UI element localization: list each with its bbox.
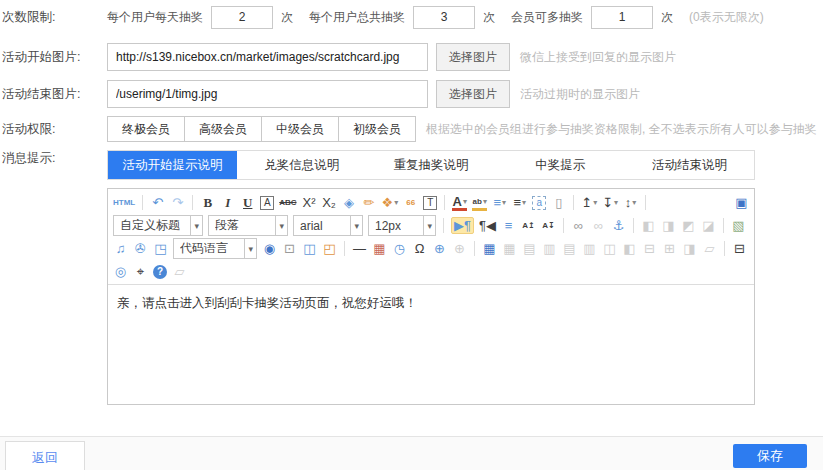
ltr-icon[interactable]: ▶¶ [451,217,474,234]
tab-activity-start-tip[interactable]: 活动开始提示说明 [108,151,237,179]
page-break-icon[interactable]: ⊡ [282,240,297,257]
message-tabs: 活动开始提示说明 兑奖信息说明 重复抽奖说明 中奖提示 活动结束说明 [107,150,755,180]
insert-image-icon[interactable]: ▧ [731,217,746,234]
subscript-icon[interactable]: X₂ [322,194,337,211]
columns-icon[interactable]: ◫ [302,240,317,257]
chevron-down-icon: ▾ [502,194,506,211]
help-icon[interactable]: ? [153,265,167,279]
table-icon[interactable]: ▦ [482,240,497,257]
delete-row-icon: ▤ [562,240,577,257]
end-image-hint: 活动过期时的显示图片 [520,86,640,103]
bold-icon[interactable]: B [200,194,215,211]
member-group-senior-button[interactable]: 高级会员 [184,116,262,142]
tab-activity-end[interactable]: 活动结束说明 [625,151,754,179]
font-family-select[interactable]: arial▾ [293,215,363,236]
editor-content-area[interactable]: 亲，请点击进入到刮刮卡抽奖活动页面，祝您好运哦！ [108,285,754,404]
unordered-list-icon[interactable]: ≡▾ [512,194,527,211]
auto-typeset-icon[interactable]: ❖▾ [382,194,399,211]
chevron-down-icon: ▾ [632,194,636,211]
paragraph-align-icon[interactable]: ↧▾ [602,194,618,211]
to-lowercase-icon[interactable]: A↧ [541,217,556,234]
end-image-row: 活动结束图片: 选择图片 活动过期时的显示图片 [2,80,823,108]
save-button[interactable]: 保存 [733,444,807,468]
code-language-select[interactable]: 代码语言▾ [173,238,257,259]
chevron-down-icon: ▾ [244,239,256,258]
member-group-junior-button[interactable]: 初级会员 [338,116,416,142]
tab-redeem-info[interactable]: 兑奖信息说明 [237,151,366,179]
format-brush-icon[interactable]: ✏ [362,194,377,211]
fullscreen-icon[interactable]: ▣ [734,194,749,211]
merge-down-icon: ⊟ [642,240,657,257]
image-right-icon: ◩ [681,217,696,234]
tab-win-tip[interactable]: 中奖提示 [496,151,625,179]
start-image-label: 活动开始图片: [2,49,107,66]
start-image-pick-button[interactable]: 选择图片 [436,43,510,71]
preview-icon[interactable]: ◎ [113,263,128,280]
attachment-icon[interactable]: ✇ [133,240,148,257]
tab-repeat-draw[interactable]: 重复抽奖说明 [366,151,495,179]
chevron-down-icon: ▾ [190,216,202,235]
blockquote-icon[interactable]: 66 [403,194,418,211]
print-icon[interactable]: ⊟ [732,240,747,257]
split-rows-icon: ⊞ [662,240,677,257]
link-icon[interactable]: ∞ [571,217,586,234]
delete-col-icon: ▥ [582,240,597,257]
unlink-icon: ∞ [591,217,606,234]
toolbar-separator [192,195,193,210]
insert-code-icon[interactable]: ◉ [262,240,277,257]
daily-draw-unit: 次 [281,9,293,26]
highlight-color-icon[interactable]: ab▾ [472,194,487,211]
editor-toolbar: HTML↶↷BIUAABCX²X₂◈✏❖▾66TA▾ab▾≡▾≡▾a▯↥▾↧▾↕… [108,189,754,285]
permissions-hint: 根据选中的会员组进行参与抽奖资格限制, 全不选表示所有人可以参与抽奖 [426,121,817,138]
time-icon[interactable]: ◷ [392,240,407,257]
indent-paragraph-icon[interactable]: ≡ [501,217,516,234]
member-group-ultimate-button[interactable]: 终极会员 [107,116,185,142]
anchor-link-icon[interactable]: ⚓ [611,217,626,234]
italic-icon[interactable]: I [220,194,235,211]
special-char-icon[interactable]: Ω [412,240,427,257]
start-image-url-input[interactable] [107,43,428,71]
toolbar-separator [645,195,646,210]
snapshot-icon[interactable]: ◰ [322,240,337,257]
find-replace-icon[interactable]: ⌖ [133,263,148,280]
date-icon[interactable]: ▦ [372,240,387,257]
strikethrough-icon[interactable]: ABC [279,194,296,211]
superscript-icon[interactable]: X² [302,194,317,211]
paragraph-select[interactable]: 段落▾ [208,215,288,236]
rtl-icon[interactable]: ¶◀ [479,217,496,234]
member-extra-draw-input[interactable] [591,6,653,29]
member-group-middle-button[interactable]: 中级会员 [261,116,339,142]
font-size-select[interactable]: 12px▾ [368,215,436,236]
merge-cells-icon: ◫ [602,240,617,257]
underline-icon[interactable]: U [240,194,255,211]
paste-as-text-icon[interactable]: T [423,196,437,210]
custom-title-select[interactable]: 自定义标题▾ [113,215,203,236]
total-draw-input[interactable] [413,6,475,29]
indent-icon[interactable]: ↥▾ [581,194,597,211]
source-code-icon[interactable]: HTML [113,194,135,211]
end-image-pick-button[interactable]: 选择图片 [436,80,510,108]
daily-draw-label: 每个用户每天抽奖 [107,9,203,26]
code-language-select-label: 代码语言 [180,240,228,257]
redo-icon[interactable]: ↷ [170,194,185,211]
insert-frame-icon[interactable]: ◳ [153,240,168,257]
back-button[interactable]: 返回 [5,441,85,470]
end-image-url-input[interactable] [107,80,428,108]
line-height-icon[interactable]: ↕▾ [623,194,638,211]
map-icon[interactable]: ⊕ [432,240,447,257]
horizontal-rule-icon[interactable]: — [352,240,367,257]
font-size-select-label: 12px [375,219,401,233]
anchor-icon[interactable]: a [532,196,546,210]
undo-icon[interactable]: ↶ [150,194,165,211]
to-uppercase-icon[interactable]: A↥ [521,217,536,234]
toolbar-separator [633,218,634,233]
font-border-icon[interactable]: A [260,196,274,210]
daily-draw-input[interactable] [211,6,273,29]
music-icon[interactable]: ♫ [113,240,128,257]
insert-row-icon: ▤ [522,240,537,257]
font-color-icon[interactable]: A▾ [452,194,467,211]
toolbar-separator [723,218,724,233]
ordered-list-icon[interactable]: ≡▾ [492,194,507,211]
remove-format-icon[interactable]: ◈ [342,194,357,211]
new-page-icon[interactable]: ▯ [551,194,566,211]
